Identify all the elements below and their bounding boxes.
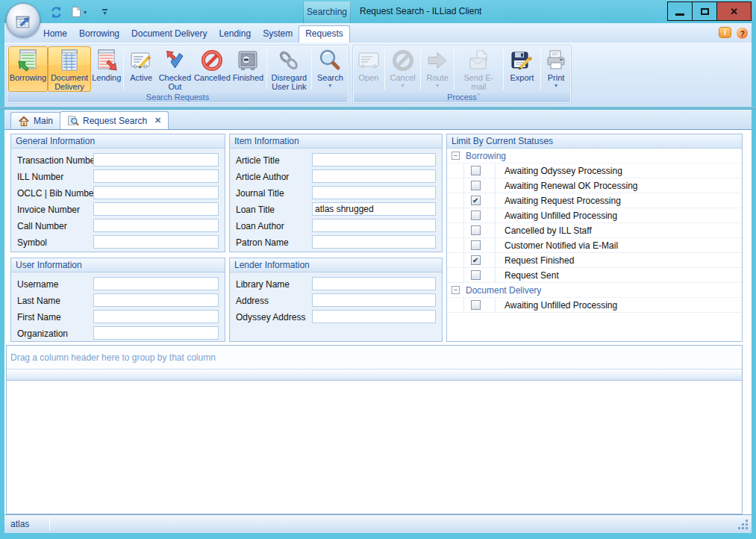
status-row: ✔ Awaiting Request Processing — [447, 193, 742, 208]
ribbon-button-checked-out[interactable]: Checked Out — [157, 46, 193, 92]
ribbon-button-cancelled[interactable]: Cancelled — [193, 46, 231, 92]
invoice-number-input[interactable] — [93, 202, 219, 216]
tab-lending[interactable]: Lending — [213, 25, 257, 43]
ribbon-tabs: Home Borrowing Document Delivery Lending… — [37, 25, 350, 43]
field-label: Article Author — [236, 172, 289, 182]
ribbon-button-search[interactable]: Search ▾ — [313, 46, 347, 92]
ribbon-button-open[interactable]: Open — [354, 46, 383, 92]
status-checkbox[interactable]: ✔ — [471, 196, 481, 205]
ribbon-button-route[interactable]: Route ▾ — [422, 46, 452, 92]
first-name-input[interactable] — [93, 310, 219, 323]
maximize-icon — [701, 8, 709, 15]
field-label: Library Name — [236, 279, 290, 290]
status-group-document-delivery[interactable]: − Document Delivery — [447, 283, 742, 298]
oclc-bib-number-input[interactable] — [93, 186, 219, 199]
form-field-row: Library Name — [230, 276, 442, 293]
ribbon-button-label: Cancel — [390, 73, 415, 82]
cancelled-icon — [200, 49, 224, 72]
ribbon-button-cancel[interactable]: Cancel ▾ — [387, 46, 419, 92]
ribbon-button-disregard-user-link[interactable]: Disregard User Link — [269, 46, 310, 92]
panel-title: Item Information — [230, 134, 442, 149]
address-input[interactable] — [312, 293, 436, 307]
dropdown-arrow-icon[interactable]: ▾ — [84, 9, 87, 16]
form-field-row: Last Name — [11, 293, 225, 309]
group-by-drop-zone[interactable]: Drag a column header here to group by th… — [7, 346, 742, 370]
chain-link-icon — [277, 49, 301, 72]
status-checkbox[interactable]: ✔ — [471, 166, 481, 175]
call-number-input[interactable] — [93, 219, 219, 232]
status-checkbox[interactable]: ✔ — [471, 255, 481, 265]
field-label: Organization — [17, 328, 68, 339]
tab-home[interactable]: Home — [37, 25, 73, 43]
close-tab-icon[interactable]: ✕ — [154, 116, 161, 125]
odyssey-address-input[interactable] — [312, 310, 436, 323]
status-group-borrowing[interactable]: − Borrowing — [447, 149, 742, 163]
ribbon-button-label: Open — [358, 73, 378, 82]
refresh-button[interactable] — [48, 5, 65, 19]
tab-document-delivery[interactable]: Document Delivery — [125, 25, 213, 43]
ribbon-button-lending[interactable]: Lending — [91, 46, 122, 92]
field-label: Odyssey Address — [236, 312, 305, 323]
collapse-icon[interactable]: − — [452, 152, 460, 160]
status-row: ✔ Awaiting Odyssey Processing — [447, 163, 742, 178]
library-name-input[interactable] — [312, 277, 436, 290]
ill-number-input[interactable] — [93, 169, 219, 183]
form-field-row: Call Number — [11, 218, 225, 234]
status-checkbox[interactable]: ✔ — [471, 181, 481, 190]
status-checkbox[interactable]: ✔ — [471, 240, 481, 250]
request-search-content: General Information Transaction Number I… — [4, 129, 752, 514]
ribbon-group-search-requests: Borrowing Document Delivery — [6, 45, 349, 104]
home-icon — [18, 116, 30, 127]
tab-borrowing[interactable]: Borrowing — [73, 25, 125, 43]
ribbon-button-send-email[interactable]: Send E-mail ▾ — [456, 46, 502, 92]
panel-limit-by-current-statuses: Limit By Current Statuses − Borrowing ✔ … — [446, 134, 743, 342]
tab-system[interactable]: System — [257, 25, 299, 43]
ribbon-button-label: Lending — [92, 73, 121, 82]
ribbon-button-export[interactable]: Export — [505, 46, 539, 92]
status-checkbox[interactable]: ✔ — [471, 300, 481, 310]
ribbon-button-finished[interactable]: Finished — [231, 46, 265, 92]
application-menu-button[interactable] — [6, 3, 40, 37]
last-name-input[interactable] — [93, 293, 219, 307]
status-checkbox[interactable]: ✔ — [471, 270, 481, 280]
status-row: ✔ Awaiting Unfilled Processing — [447, 208, 742, 223]
symbol-input[interactable] — [93, 235, 219, 249]
form-field-row: ILL Number — [11, 169, 225, 185]
organization-input[interactable] — [93, 326, 219, 340]
username-input[interactable] — [93, 277, 219, 290]
close-button[interactable]: ✕ — [717, 2, 751, 20]
ribbon-button-label: Print — [548, 73, 565, 82]
patron-name-input[interactable] — [312, 235, 436, 249]
transaction-number-input[interactable] — [93, 153, 219, 166]
minimize-button[interactable] — [668, 2, 693, 20]
article-title-input[interactable] — [312, 153, 436, 166]
customize-quick-access-button[interactable]: ▾ — [102, 9, 107, 16]
status-checkbox[interactable]: ✔ — [471, 225, 481, 235]
ribbon-button-label: Cancelled — [194, 73, 231, 82]
document-delivery-table-icon — [57, 49, 81, 72]
ribbon-button-active[interactable]: Active — [125, 46, 157, 92]
info-icon[interactable]: i — [719, 27, 731, 38]
loan-author-input[interactable] — [312, 219, 436, 232]
doc-tab-request-search[interactable]: Request Search ✕ — [60, 111, 169, 129]
status-checkbox[interactable]: ✔ — [471, 211, 481, 220]
search-tab-icon — [67, 115, 79, 126]
collapse-icon[interactable]: − — [452, 286, 460, 294]
ribbon-separator — [454, 49, 454, 90]
article-author-input[interactable] — [312, 169, 436, 183]
form-field-row: Loan Title — [230, 202, 442, 218]
help-icon[interactable]: ? — [736, 27, 749, 40]
loan-title-input[interactable] — [312, 202, 436, 216]
resize-grip[interactable] — [746, 527, 748, 529]
maximize-button[interactable] — [693, 2, 717, 20]
ribbon-button-label: Send E-mail — [457, 73, 501, 91]
tab-requests[interactable]: Requests — [299, 25, 350, 43]
form-field-row: Username — [11, 276, 225, 293]
new-request-button[interactable]: ▾ — [68, 5, 89, 19]
ribbon-button-document-delivery[interactable]: Document Delivery — [48, 46, 91, 92]
ribbon-button-print[interactable]: Print ▾ — [543, 46, 569, 92]
journal-title-input[interactable] — [312, 186, 436, 199]
contextual-tab-group-label: Searching — [303, 1, 351, 23]
ribbon-button-borrowing[interactable]: Borrowing — [8, 46, 48, 92]
doc-tab-main[interactable]: Main — [10, 112, 60, 129]
